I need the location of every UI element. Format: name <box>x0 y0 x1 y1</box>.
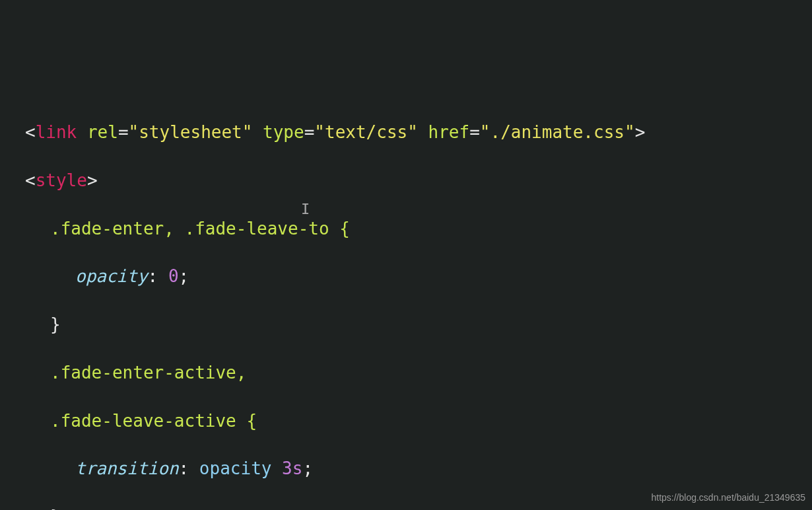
code-line: <link rel="stylesheet" type="text/css" h… <box>0 120 812 144</box>
code-line: .fade-enter, .fade-leave-to { <box>0 217 812 240</box>
code-line: transition: opacity 3s; <box>0 456 812 480</box>
code-line: .fade-leave-active { <box>0 409 812 433</box>
code-line: opacity: 0; <box>0 264 812 288</box>
code-line: <style> <box>0 168 812 192</box>
code-line: .fade-enter-active, <box>0 361 812 384</box>
code-line: }I <box>0 505 812 510</box>
watermark-text: https://blog.csdn.net/baidu_21349635 <box>651 492 805 505</box>
code-editor[interactable]: <link rel="stylesheet" type="text/css" h… <box>0 96 812 510</box>
code-line: } <box>0 312 812 336</box>
text-cursor-icon: I <box>301 200 310 220</box>
